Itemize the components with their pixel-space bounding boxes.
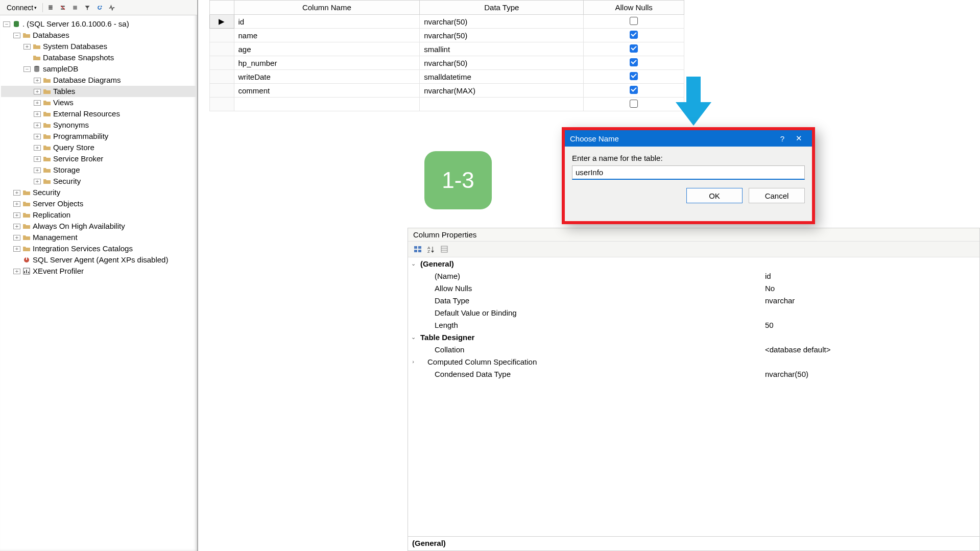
expand-icon[interactable]: +: [13, 269, 20, 274]
column-name-cell[interactable]: comment: [234, 84, 420, 98]
object-explorer-tree[interactable]: − . (SQL Server 16.0.1000.6 - sa) − Data…: [0, 15, 197, 280]
prop-row-allow-nulls[interactable]: Allow Nulls No: [408, 282, 979, 294]
prop-row-condensed[interactable]: Condensed Data Type nvarchar(50): [408, 368, 979, 380]
tree-node-service-broker[interactable]: + Service Broker: [1, 153, 196, 164]
expand-icon[interactable]: +: [13, 190, 20, 196]
activity-icon[interactable]: [106, 2, 117, 13]
tree-node-server[interactable]: − . (SQL Server 16.0.1000.6 - sa): [1, 18, 196, 30]
tree-node-sampledb[interactable]: − sampleDB: [1, 63, 196, 75]
tree-node-external-resources[interactable]: + External Resources: [1, 108, 196, 119]
data-type-cell[interactable]: nvarchar(50): [420, 15, 584, 29]
allow-nulls-checkbox[interactable]: [630, 44, 638, 53]
prop-row-computed[interactable]: › Computed Column Specification: [408, 355, 979, 368]
prop-data-type-value[interactable]: nvarchar: [765, 296, 979, 305]
data-type-cell[interactable]: nvarchar(MAX): [420, 84, 584, 98]
row-selector[interactable]: ▶: [210, 15, 234, 29]
expand-icon[interactable]: +: [34, 78, 41, 83]
tree-node-security[interactable]: + Security: [1, 187, 196, 198]
tree-node-system-databases[interactable]: + System Databases: [1, 41, 196, 52]
tree-node-xevent-profiler[interactable]: + XEvent Profiler: [1, 266, 196, 277]
tree-node-databases[interactable]: − Databases: [1, 30, 196, 41]
prop-row-data-type[interactable]: Data Type nvarchar: [408, 294, 979, 306]
column-name-cell[interactable]: name: [234, 29, 420, 42]
expand-icon[interactable]: +: [13, 235, 20, 241]
expand-icon[interactable]: +: [34, 123, 41, 128]
allow-nulls-checkbox[interactable]: [630, 31, 638, 39]
table-row[interactable]: commentnvarchar(MAX): [210, 84, 684, 98]
chevron-down-icon[interactable]: ⌄: [408, 260, 418, 267]
filter-icon[interactable]: [82, 2, 93, 13]
prop-allow-nulls-value[interactable]: No: [765, 284, 979, 293]
property-pages-icon[interactable]: [439, 244, 450, 255]
connect-server-icon[interactable]: [45, 2, 56, 13]
prop-group-general[interactable]: ⌄ (General): [408, 257, 979, 270]
header-data-type[interactable]: Data Type: [420, 1, 584, 15]
allow-nulls-cell[interactable]: [584, 98, 684, 111]
allow-nulls-cell[interactable]: [584, 42, 684, 56]
prop-collation-value[interactable]: <database default>: [765, 345, 979, 354]
column-name-cell[interactable]: age: [234, 42, 420, 56]
expand-icon[interactable]: +: [34, 179, 41, 184]
expand-icon[interactable]: +: [34, 156, 41, 162]
data-type-cell[interactable]: smallint: [420, 42, 584, 56]
expand-icon[interactable]: +: [34, 167, 41, 173]
tree-node-database-snapshots[interactable]: Database Snapshots: [1, 52, 196, 63]
expand-icon[interactable]: +: [34, 111, 41, 117]
tree-node-query-store[interactable]: + Query Store: [1, 142, 196, 153]
prop-condensed-value[interactable]: nvarchar(50): [765, 370, 979, 378]
prop-group-table-designer[interactable]: ⌄ Table Designer: [408, 331, 979, 343]
disconnect-server-icon[interactable]: [57, 2, 68, 13]
prop-row-name[interactable]: (Name) id: [408, 270, 979, 282]
tree-node-isc[interactable]: + Integration Services Catalogs: [1, 243, 196, 254]
expand-icon[interactable]: +: [34, 89, 41, 94]
table-name-input[interactable]: [572, 165, 805, 180]
column-name-cell[interactable]: writeDate: [234, 70, 420, 84]
row-selector[interactable]: [210, 84, 234, 98]
prop-row-collation[interactable]: Collation <database default>: [408, 343, 979, 355]
allow-nulls-cell[interactable]: [584, 70, 684, 84]
allow-nulls-cell[interactable]: [584, 56, 684, 70]
chevron-right-icon[interactable]: ›: [408, 358, 418, 365]
tree-node-storage[interactable]: + Storage: [1, 164, 196, 176]
chevron-down-icon[interactable]: ⌄: [408, 334, 418, 341]
tree-node-programmability[interactable]: + Programmability: [1, 131, 196, 142]
expand-icon[interactable]: +: [34, 100, 41, 106]
tree-node-always-on[interactable]: + Always On High Availability: [1, 221, 196, 232]
tree-node-security-db[interactable]: + Security: [1, 176, 196, 187]
refresh-icon[interactable]: [94, 2, 105, 13]
row-selector[interactable]: [210, 56, 234, 70]
tree-node-tables[interactable]: + Tables: [1, 86, 196, 97]
connect-button[interactable]: Connect ▾: [3, 2, 40, 13]
prop-row-default[interactable]: Default Value or Binding: [408, 306, 979, 319]
data-type-cell[interactable]: nvarchar(50): [420, 29, 584, 42]
ok-button[interactable]: OK: [686, 188, 743, 203]
expand-icon[interactable]: +: [13, 246, 20, 252]
expand-icon[interactable]: +: [13, 201, 20, 207]
collapse-icon[interactable]: −: [13, 33, 20, 38]
data-type-cell[interactable]: nvarchar(50): [420, 56, 584, 70]
row-selector[interactable]: [210, 29, 234, 42]
row-selector[interactable]: [210, 42, 234, 56]
prop-name-value[interactable]: id: [765, 272, 979, 280]
data-type-cell[interactable]: [420, 98, 584, 111]
tree-node-synonyms[interactable]: + Synonyms: [1, 119, 196, 131]
table-row[interactable]: writeDatesmalldatetime: [210, 70, 684, 84]
table-row[interactable]: namenvarchar(50): [210, 29, 684, 42]
tree-node-replication[interactable]: + Replication: [1, 209, 196, 221]
stop-icon[interactable]: [69, 2, 81, 13]
row-selector[interactable]: [210, 98, 234, 111]
close-icon[interactable]: ✕: [791, 134, 807, 143]
column-name-cell[interactable]: [234, 98, 420, 111]
tree-node-database-diagrams[interactable]: + Database Diagrams: [1, 75, 196, 86]
column-name-cell[interactable]: id: [234, 15, 420, 29]
allow-nulls-checkbox[interactable]: [630, 72, 638, 80]
expand-icon[interactable]: +: [23, 44, 31, 50]
table-row[interactable]: agesmallint: [210, 42, 684, 56]
property-grid[interactable]: ⌄ (General) (Name) id Allow Nulls No Dat…: [408, 257, 979, 380]
allow-nulls-cell[interactable]: [584, 84, 684, 98]
allow-nulls-checkbox[interactable]: [630, 100, 638, 108]
collapse-icon[interactable]: −: [23, 66, 31, 72]
collapse-icon[interactable]: −: [3, 21, 10, 27]
expand-icon[interactable]: +: [13, 224, 20, 229]
allow-nulls-cell[interactable]: [584, 29, 684, 42]
